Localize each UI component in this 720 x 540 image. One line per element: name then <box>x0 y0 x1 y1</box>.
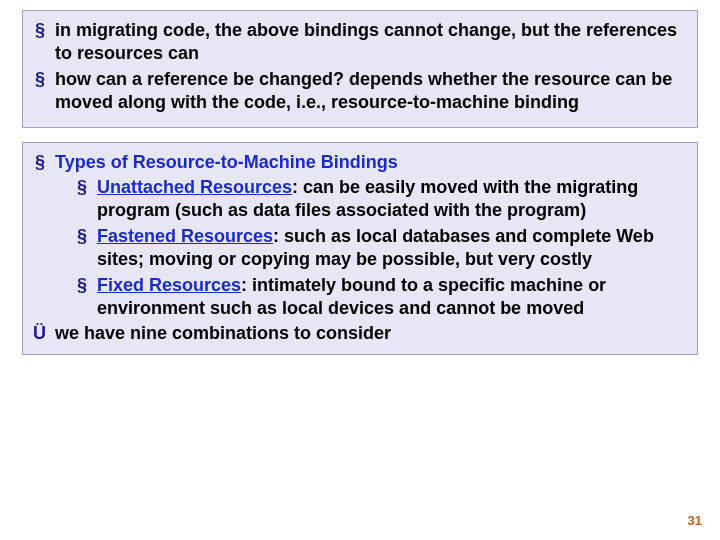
arrow-conclusion: we have nine combinations to consider <box>33 322 685 345</box>
heading-text: Types of Resource-to-Machine Bindings <box>55 152 398 172</box>
box-upper: in migrating code, the above bindings ca… <box>22 10 698 128</box>
slide-content: in migrating code, the above bindings ca… <box>0 0 720 540</box>
sub-title: Fixed Resources <box>97 275 241 295</box>
bullet-item: how can a reference be changed? depends … <box>33 68 685 115</box>
sub-bullet-unattached: Unattached Resources: can be easily move… <box>75 176 685 223</box>
sub-title: Fastened Resources <box>97 226 273 246</box>
sub-bullet-fastened: Fastened Resources: such as local databa… <box>75 225 685 272</box>
page-number: 31 <box>688 513 702 528</box>
bullet-item: in migrating code, the above bindings ca… <box>33 19 685 66</box>
sub-title: Unattached Resources <box>97 177 292 197</box>
sub-bullet-fixed: Fixed Resources: intimately bound to a s… <box>75 274 685 321</box>
box-lower: Types of Resource-to-Machine Bindings Un… <box>22 142 698 355</box>
sub-bullet-list: Unattached Resources: can be easily move… <box>55 176 685 320</box>
bullet-list-upper: in migrating code, the above bindings ca… <box>33 19 685 115</box>
bullet-heading: Types of Resource-to-Machine Bindings Un… <box>33 151 685 321</box>
bullet-list-lower: Types of Resource-to-Machine Bindings Un… <box>33 151 685 321</box>
